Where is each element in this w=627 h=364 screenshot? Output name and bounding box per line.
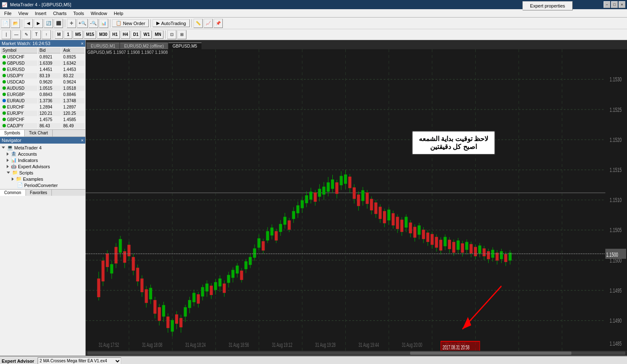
svg-rect-124	[318, 189, 321, 196]
tab-favorites[interactable]: Favorites	[26, 190, 52, 196]
menu-file[interactable]: File	[1, 10, 15, 17]
back-button[interactable]: ◀	[24, 19, 33, 28]
svg-rect-140	[353, 188, 355, 199]
chart-tab-eurusdm2[interactable]: EURUSD,M2 (offline)	[120, 43, 168, 49]
tab-symbols[interactable]: Symbols	[0, 130, 25, 136]
period-mn[interactable]: MN	[153, 30, 163, 39]
nav-period-converter[interactable]: 📄 PeriodConverter	[0, 182, 85, 188]
svg-rect-22	[97, 279, 100, 297]
menu-view[interactable]: View	[15, 10, 32, 17]
autotrading-button[interactable]: ▶ AutoTrading	[153, 19, 190, 27]
line-tool[interactable]: |	[2, 30, 11, 39]
nav-metatrader4[interactable]: 💻 MetaTrader 4	[0, 144, 85, 151]
nav-examples[interactable]: 📁 Examples	[0, 176, 85, 182]
symbol-cell: EURJPY	[1, 111, 37, 116]
menu-insert[interactable]: Insert	[31, 10, 50, 17]
market-watch-close[interactable]: ×	[81, 41, 84, 46]
period-h1[interactable]: H1	[110, 30, 120, 39]
market-watch-row[interactable]: AUDUSD 1.0515 1.0518	[1, 86, 84, 91]
cross-hair-button[interactable]: ✛	[67, 19, 76, 28]
currency-dot	[3, 86, 6, 90]
period-1[interactable]: 1	[64, 30, 72, 39]
chart-tab-eurusdm1[interactable]: EURUSD,M1	[87, 43, 120, 49]
symbol-cell: USDJPY	[1, 73, 37, 78]
ea-expand-icon	[7, 165, 9, 168]
menu-help[interactable]: Help	[110, 10, 127, 17]
svg-rect-132	[336, 183, 338, 194]
svg-rect-144	[362, 191, 364, 201]
svg-rect-38	[132, 258, 135, 270]
open-button[interactable]: 📂	[11, 19, 20, 28]
market-watch-row[interactable]: EURGBP 0.8843 0.8846	[1, 92, 84, 97]
market-watch-row[interactable]: EURJPY 120.21 120.25	[1, 111, 84, 116]
expert-properties-button[interactable]: Expert properties	[522, 1, 573, 10]
arrow-tool[interactable]: ↑	[42, 30, 51, 39]
nav-expert-advisors[interactable]: 🤖 Expert Advisors	[0, 163, 85, 169]
indicators-button[interactable]: 📈	[204, 19, 213, 28]
nav-accounts[interactable]: 🏦 Accounts	[0, 151, 85, 157]
restore-button[interactable]: □	[611, 1, 618, 8]
tab-common[interactable]: Common	[0, 190, 26, 196]
period-h4[interactable]: H4	[121, 30, 130, 39]
examples-expand-icon	[12, 177, 14, 181]
forward-button[interactable]: ▶	[34, 19, 43, 28]
chart-shift-button[interactable]: ⊡	[167, 30, 176, 39]
chart-canvas: GBPUSD,M5 1.1907 1.1908 1.1907 1.1908	[86, 49, 627, 351]
new-order-button[interactable]: 📋 New Order	[112, 19, 149, 27]
period-m5[interactable]: M5	[73, 30, 83, 39]
market-watch-row[interactable]: GBPCHF 1.4575 1.4585	[1, 117, 84, 122]
line-studies-button[interactable]: 📏	[194, 19, 203, 28]
minimize-button[interactable]: −	[604, 1, 610, 8]
market-watch-row[interactable]: EURCHF 1.2894 1.2897	[1, 104, 84, 110]
svg-rect-200	[483, 249, 485, 256]
zoom-in-button[interactable]: +🔍	[77, 19, 88, 28]
hline-tool[interactable]: —	[12, 30, 21, 39]
close-button[interactable]: ×	[619, 1, 625, 8]
period-m15[interactable]: M15	[84, 30, 96, 39]
market-watch-row[interactable]: EURUSD 1.4451 1.4453	[1, 67, 84, 72]
market-watch-row[interactable]: CADJPY 86.43 86.49	[1, 123, 84, 129]
period-m30[interactable]: M30	[97, 30, 109, 39]
period-w1[interactable]: W1	[141, 30, 152, 39]
stop-button[interactable]: ⬛	[54, 19, 63, 28]
menu-charts[interactable]: Charts	[50, 10, 70, 17]
svg-rect-168	[413, 227, 416, 237]
svg-rect-176	[431, 235, 433, 245]
symbol-cell: EURUSD	[1, 67, 37, 72]
currency-dot	[3, 55, 6, 58]
template-button[interactable]: 📌	[214, 19, 223, 28]
menu-window[interactable]: Window	[87, 10, 110, 17]
market-watch-row[interactable]: USDCHF 0.8921 0.8925	[1, 54, 84, 60]
autoscroll-button[interactable]: ⊞	[177, 30, 186, 39]
props-button[interactable]: 📊	[99, 19, 108, 28]
nav-tree: 💻 MetaTrader 4 🏦 Accounts 📊 Indicators 🤖	[0, 144, 85, 189]
new-button[interactable]: 📄	[1, 19, 10, 28]
autotrading-icon: ▶	[156, 20, 160, 26]
scripts-folder-icon: 📁	[12, 170, 18, 175]
market-watch-row[interactable]: EURAUD 1.3736 1.3748	[1, 98, 84, 104]
expand-icon	[2, 147, 5, 149]
chart-scrollbar[interactable]	[86, 351, 627, 356]
ea-dropdown[interactable]: 2 MA Crosses Mega filter EA V1.ex4	[38, 357, 121, 364]
tab-tick-chart[interactable]: Tick Chart	[25, 130, 52, 136]
nav-scripts[interactable]: 📁 Scripts	[0, 169, 85, 176]
navigator-title: Navigator	[2, 138, 21, 143]
nav-indicators[interactable]: 📊 Indicators	[0, 157, 85, 163]
zoom-out-button[interactable]: -🔍	[89, 19, 98, 28]
period-m1[interactable]: M	[55, 30, 63, 39]
market-watch-row[interactable]: GBPUSD 1.6339 1.6342	[1, 61, 84, 66]
text-tool[interactable]: T	[32, 30, 41, 39]
reload-button[interactable]: 🔄	[44, 19, 53, 28]
market-watch-row[interactable]: USDJPY 83.19 83.22	[1, 73, 84, 78]
navigator-close[interactable]: ×	[81, 138, 84, 143]
market-watch-row[interactable]: USDCAD 0.9620 0.9624	[1, 79, 84, 85]
draw-tool[interactable]: ✎	[22, 30, 31, 39]
symbol-cell: GBPUSD	[1, 61, 37, 66]
scripts-expand-icon	[7, 172, 10, 174]
svg-rect-64	[189, 301, 191, 308]
chart-tab-gbpusdm5[interactable]: GBPUSD,M5	[168, 43, 201, 49]
market-watch-title: Market Watch: 16:24:53	[2, 41, 50, 46]
svg-rect-42	[141, 279, 143, 292]
period-d1[interactable]: D1	[131, 30, 140, 39]
menu-tools[interactable]: Tools	[70, 10, 87, 17]
